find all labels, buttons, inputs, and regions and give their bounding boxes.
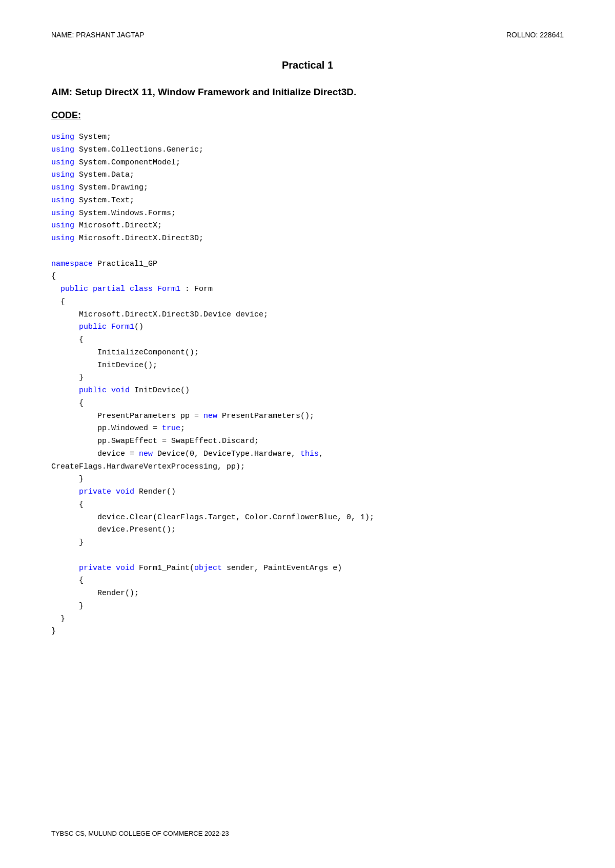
aim-title: AIM: Setup DirectX 11, Window Framework … bbox=[51, 87, 564, 98]
code-heading: CODE: bbox=[51, 110, 564, 121]
page-title: Practical 1 bbox=[51, 59, 564, 71]
name-label: NAME: bbox=[51, 31, 76, 39]
rollno-label: ROLLNO: bbox=[506, 31, 540, 39]
page: NAME: PRASHANT JAGTAP ROLLNO: 228641 Pra… bbox=[0, 0, 615, 868]
rollno-value: 228641 bbox=[540, 31, 564, 39]
header-left: NAME: PRASHANT JAGTAP bbox=[51, 31, 145, 39]
footer: TYBSC CS, MULUND COLLEGE OF COMMERCE 202… bbox=[51, 830, 229, 837]
code-block: using System; using System.Collections.G… bbox=[51, 131, 564, 638]
name-value: PRASHANT JAGTAP bbox=[76, 31, 144, 39]
header-right: ROLLNO: 228641 bbox=[506, 31, 564, 39]
header-row: NAME: PRASHANT JAGTAP ROLLNO: 228641 bbox=[51, 31, 564, 39]
